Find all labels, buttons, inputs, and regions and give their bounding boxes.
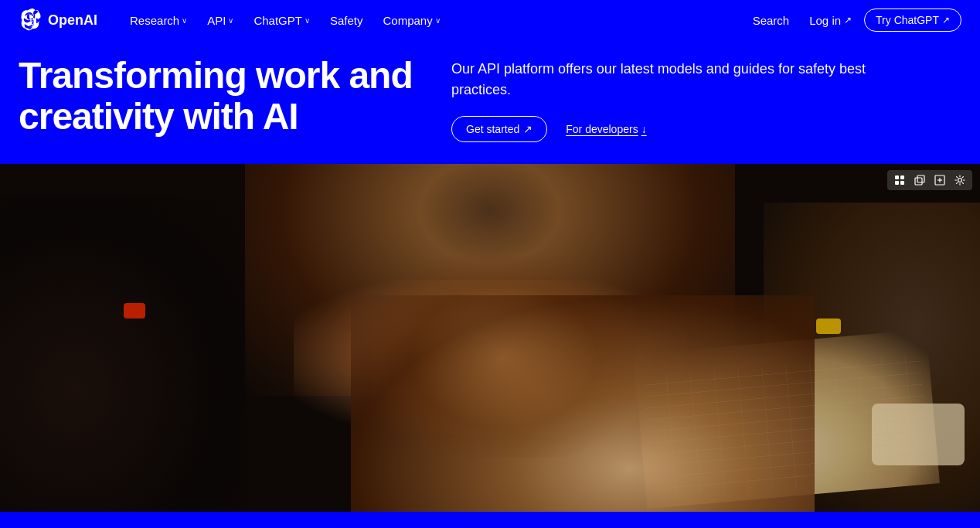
svg-rect-0	[895, 175, 899, 179]
image-tool-2[interactable]	[910, 172, 929, 188]
image-tool-settings[interactable]	[951, 172, 969, 188]
arrow-down-icon: ↓	[641, 123, 647, 135]
external-link-icon: ↗	[942, 15, 950, 26]
chevron-down-icon: ∨	[228, 16, 233, 25]
hero-right: Our API platform offers our latest model…	[451, 56, 961, 142]
hero-left: Transforming work and creativity with AI	[19, 56, 420, 138]
svg-rect-5	[915, 178, 922, 185]
nav-right: Search Log in ↗ Try ChatGPT ↗	[745, 9, 961, 32]
settings-icon	[954, 175, 965, 186]
get-started-button[interactable]: Get started ↗	[451, 116, 547, 142]
login-button[interactable]: Log in ↗	[801, 9, 859, 32]
chevron-down-icon: ∨	[182, 16, 187, 25]
image-tool-1[interactable]	[890, 172, 909, 188]
external-link-icon: ↗	[844, 15, 852, 26]
chevron-down-icon: ∨	[435, 16, 441, 25]
copy-icon	[914, 175, 925, 186]
brand-name: OpenAI	[48, 12, 97, 29]
svg-rect-1	[900, 175, 904, 179]
nav-safety[interactable]: Safety	[322, 9, 371, 32]
image-tool-3[interactable]	[931, 172, 949, 188]
hero-title: Transforming work and creativity with AI	[19, 56, 420, 138]
nav-links: Research ∨ API ∨ ChatGPT ∨ Safety Compan…	[122, 9, 745, 32]
image-section	[0, 164, 980, 512]
nav-chatgpt[interactable]: ChatGPT ∨	[246, 9, 318, 32]
openai-logo-icon	[19, 9, 42, 32]
hero-section: Transforming work and creativity with AI…	[0, 40, 980, 164]
nav-research[interactable]: Research ∨	[122, 9, 195, 32]
image-toolbar	[887, 170, 972, 190]
for-developers-button[interactable]: For developers ↓	[566, 123, 646, 135]
chevron-down-icon: ∨	[305, 16, 310, 25]
expand-icon	[934, 175, 945, 186]
svg-rect-2	[895, 181, 899, 185]
hero-image	[0, 164, 980, 512]
hero-buttons: Get started ↗ For developers ↓	[451, 116, 961, 142]
brand-logo[interactable]: OpenAI	[19, 9, 97, 32]
svg-rect-4	[917, 175, 924, 182]
search-button[interactable]: Search	[745, 9, 798, 32]
arrow-icon: ↗	[523, 123, 533, 135]
nav-api[interactable]: API ∨	[199, 9, 241, 32]
grid-icon	[894, 175, 905, 186]
hero-description: Our API platform offers our latest model…	[451, 59, 900, 100]
scene-bg	[0, 164, 980, 512]
svg-point-9	[958, 179, 962, 182]
navbar: OpenAI Research ∨ API ∨ ChatGPT ∨ Safety…	[0, 0, 980, 40]
svg-rect-3	[900, 181, 904, 185]
nav-company[interactable]: Company ∨	[375, 9, 447, 32]
try-chatgpt-button[interactable]: Try ChatGPT ↗	[864, 9, 961, 32]
